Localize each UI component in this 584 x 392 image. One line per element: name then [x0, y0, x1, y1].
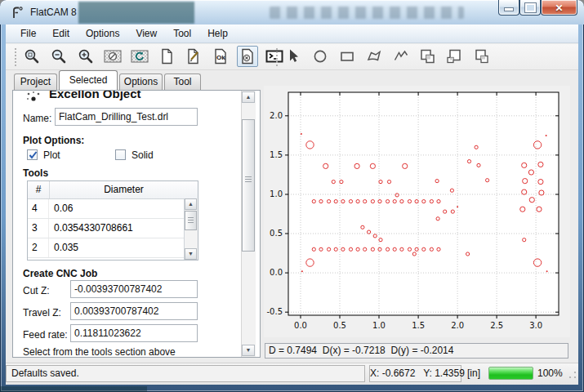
menu-options[interactable]: Options	[78, 24, 127, 42]
toolbar-group-draw	[283, 46, 493, 67]
svg-text:0.0: 0.0	[294, 321, 307, 330]
table-row[interactable]: 2 0.035	[28, 238, 198, 258]
panel-scrollbar[interactable]: ▲ ▼	[241, 91, 256, 357]
close-icon: ✕	[555, 2, 563, 14]
select-tool-button[interactable]	[283, 46, 304, 67]
cutz-input[interactable]	[70, 280, 198, 298]
scrollbar-thumb[interactable]	[185, 211, 197, 230]
page-cancel-icon	[239, 47, 256, 65]
checkered-clear-icon	[103, 47, 123, 65]
scroll-up-button[interactable]: ▲	[242, 91, 255, 103]
check-icon	[28, 149, 38, 161]
polyline-icon	[392, 47, 410, 65]
drill-point	[301, 133, 302, 135]
page-pencil-icon	[185, 47, 203, 65]
drill-point	[457, 206, 458, 207]
scroll-up-button[interactable]: ▲	[185, 198, 197, 210]
plot-canvas[interactable]: 0.00.51.01.52.02.53.0-0.50.00.51.01.52.0	[264, 86, 570, 337]
svg-text:3.0: 3.0	[529, 321, 542, 330]
svg-text:0.0: 0.0	[270, 268, 283, 277]
zoom-fit-button[interactable]	[21, 46, 42, 67]
flatcam-app-icon	[11, 6, 25, 20]
menu-view[interactable]: View	[127, 24, 165, 42]
solid-checkbox-label: Solid	[132, 149, 154, 161]
background-window-ghost-text	[270, 7, 464, 19]
menu-file[interactable]: File	[12, 24, 44, 42]
tab-tool[interactable]: Tool	[164, 74, 201, 90]
minimize-icon	[504, 7, 514, 11]
checkered-refresh-icon	[130, 47, 149, 65]
table-row[interactable]: 4 0.06	[28, 199, 198, 219]
magnifier-minus-icon	[50, 47, 68, 65]
menu-help[interactable]: Help	[199, 24, 236, 42]
cutz-label: Cut Z:	[23, 285, 50, 296]
tools-table-header: # Diameter	[28, 181, 198, 199]
table-scrollbar[interactable]: ▲ ▼	[184, 198, 198, 260]
status-message: Defaults saved.	[6, 365, 365, 382]
plot-options-label: Plot Options:	[23, 135, 84, 146]
polygon-icon	[365, 47, 383, 65]
tools-table[interactable]: # Diameter 4 0.06 3 0.0354330708661 2 0.…	[27, 180, 198, 261]
cell-tool-diameter: 0.06	[49, 199, 198, 218]
svg-text:1.0: 1.0	[270, 189, 283, 198]
travelz-input[interactable]	[70, 302, 198, 320]
draw-polygon-button[interactable]	[363, 46, 385, 67]
window-shadow	[0, 386, 147, 392]
squares-union-icon	[418, 47, 438, 65]
toolbar-group-main: Ok	[21, 46, 285, 67]
minimize-button[interactable]	[498, 0, 519, 16]
geo-subtract-button[interactable]	[444, 46, 466, 67]
pointer-icon	[284, 47, 302, 65]
blank-page-icon	[158, 47, 176, 65]
draw-polyline-button[interactable]	[390, 46, 412, 67]
resize-grip-icon[interactable]	[568, 370, 577, 380]
toolbar-grip[interactable]	[275, 47, 279, 66]
geo-intersect-button[interactable]	[471, 46, 493, 67]
flatcam-window: FlatCAM 8 ✕ File Edit Options View Tool …	[0, 0, 584, 392]
scroll-down-button[interactable]: ▼	[242, 345, 255, 356]
new-file-button[interactable]	[156, 46, 177, 67]
cell-tool-diameter: 0.035	[49, 238, 198, 257]
circle-icon	[311, 47, 329, 65]
squares-intersect-icon	[472, 47, 492, 65]
edit-file-button[interactable]	[183, 46, 204, 67]
background-window-ghost	[78, 2, 194, 24]
scrollbar-thumb[interactable]	[242, 119, 255, 252]
cancel-file-button[interactable]	[237, 46, 258, 67]
mouse-coordinates: X: -0.6672 Y: 1.4359	[369, 365, 461, 382]
tab-project[interactable]: Project	[14, 74, 57, 90]
magnifier-plus-icon	[77, 47, 95, 65]
status-bar: Defaults saved. X: -0.6672 Y: 1.4359 [in…	[6, 363, 578, 385]
cell-tool-num: 3	[28, 219, 49, 238]
svg-text:-0.5: -0.5	[266, 307, 283, 316]
scroll-down-button[interactable]: ▼	[185, 248, 197, 260]
geo-union-button[interactable]	[417, 46, 439, 67]
toolbar-grip[interactable]	[14, 47, 17, 66]
table-row[interactable]: 3 0.0354330708661	[28, 219, 198, 238]
menu-edit[interactable]: Edit	[44, 24, 78, 42]
selected-object-panel: Excellon Object Name: Plot Options: Plot…	[12, 90, 261, 358]
menu-tool[interactable]: Tool	[165, 24, 199, 42]
title-bar[interactable]: FlatCAM 8 ✕	[0, 0, 584, 24]
accept-file-button[interactable]: Ok	[210, 46, 231, 67]
panel-heading: Excellon Object	[49, 90, 141, 100]
maximize-button[interactable]	[519, 0, 541, 16]
clear-plot-button[interactable]	[102, 46, 123, 67]
client-area: File Edit Options View Tool Help	[6, 24, 578, 384]
svg-text:0.5: 0.5	[333, 321, 346, 330]
svg-text:Ok: Ok	[216, 54, 225, 61]
tab-options[interactable]: Options	[119, 74, 163, 90]
close-button[interactable]: ✕	[541, 0, 577, 16]
name-input[interactable]	[55, 108, 198, 126]
draw-rectangle-button[interactable]	[337, 46, 358, 67]
zoom-out-button[interactable]	[48, 46, 69, 67]
feedrate-input[interactable]	[70, 324, 198, 342]
plot-checkbox[interactable]	[27, 149, 38, 160]
solid-checkbox[interactable]	[115, 149, 126, 160]
draw-circle-button[interactable]	[310, 46, 331, 67]
zoom-in-button[interactable]	[75, 46, 96, 67]
replot-button[interactable]	[129, 46, 150, 67]
svg-text:1.5: 1.5	[270, 150, 283, 159]
maximize-icon	[525, 3, 536, 12]
tab-selected[interactable]: Selected	[59, 70, 118, 90]
